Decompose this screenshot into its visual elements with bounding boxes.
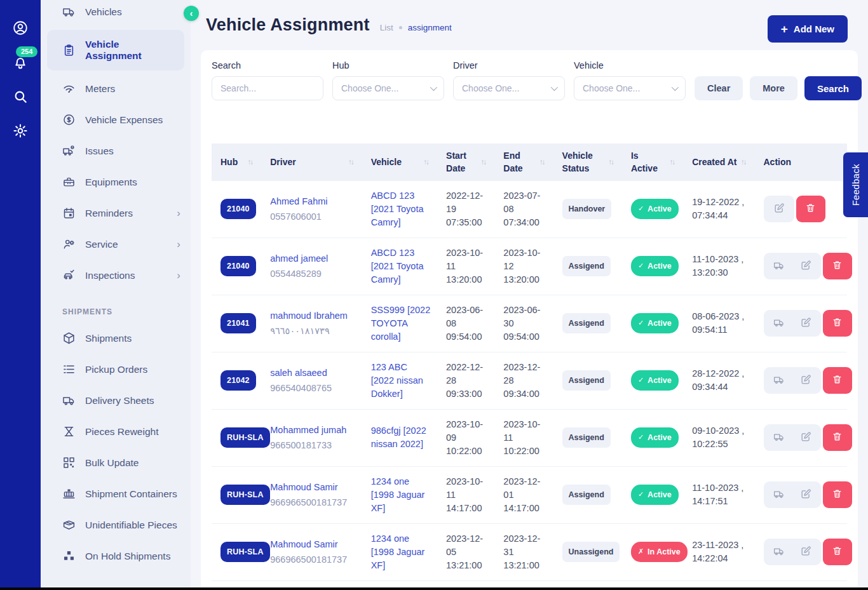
- created-at-cell: 08-06-2023 , 09:54:11: [684, 295, 756, 352]
- sidebar-item-issues[interactable]: Issues: [41, 135, 191, 166]
- column-header-label: Driver: [270, 156, 295, 168]
- truck-icon: [773, 546, 785, 559]
- created-at-cell: 23-11-2023 , 14:22:04: [684, 523, 756, 580]
- sidebar-item-unidentifiable-pieces[interactable]: Unidentifiable Pieces: [41, 509, 191, 540]
- vehicle-link[interactable]: 123 ABC [2022 nissan Dokker]: [371, 362, 423, 399]
- edit-button[interactable]: [796, 370, 816, 391]
- sidebar-item-pieces-reweight[interactable]: Pieces Reweight: [41, 416, 191, 447]
- column-header-is-active[interactable]: Is Active↑↓: [623, 144, 684, 181]
- driver-link[interactable]: Ahmed Fahmi: [270, 195, 355, 208]
- action-cell: [756, 523, 848, 580]
- edit-button[interactable]: [796, 542, 816, 562]
- driver-phone: 966966500181737: [270, 496, 355, 509]
- delete-button[interactable]: [823, 367, 852, 394]
- sidebar-item-meters[interactable]: Meters: [41, 73, 191, 104]
- sidebar-item-inspections[interactable]: Inspections›: [41, 260, 191, 291]
- settings-button[interactable]: [11, 122, 30, 141]
- sidebar-item-label: Pieces Reweight: [85, 426, 158, 438]
- add-new-button[interactable]: + Add New: [768, 15, 848, 43]
- breadcrumb-list[interactable]: List: [380, 23, 393, 32]
- filter-bar: Search Hub Choose One... Driver Choose O…: [212, 60, 847, 100]
- sidebar-item-delivery-sheets[interactable]: Delivery Sheets: [41, 385, 191, 416]
- delete-button[interactable]: [823, 539, 852, 565]
- vehicle-status-badge: Assigend: [562, 256, 611, 276]
- driver-link[interactable]: ahmed jameel: [270, 252, 355, 265]
- is-active-badge: ✓Active: [631, 485, 679, 505]
- edit-button[interactable]: [796, 256, 816, 276]
- delete-button[interactable]: [823, 424, 852, 451]
- assign-vehicle-button[interactable]: [769, 256, 789, 276]
- profile-button[interactable]: [11, 19, 30, 38]
- table-row: 21040ahmed jameel0554485289ABCD 123 [202…: [212, 238, 847, 295]
- sidebar-item-shipments[interactable]: Shipments: [41, 323, 191, 354]
- search-button[interactable]: Search: [804, 76, 862, 100]
- column-header-vehicle-status[interactable]: Vehicle Status↑↓: [555, 144, 623, 181]
- driver-select[interactable]: Choose One...: [453, 76, 565, 100]
- edit-icon: [773, 203, 785, 216]
- sidebar-item-on-hold-shipments[interactable]: On Hold Shipments: [41, 540, 191, 572]
- column-header-created-at[interactable]: Created At↑↓: [684, 144, 756, 181]
- end-date-cell: 2023-07-08 07:34:00: [496, 181, 554, 238]
- column-header-driver[interactable]: Driver↑↓: [262, 144, 363, 181]
- edit-button[interactable]: [769, 199, 789, 219]
- notifications-button[interactable]: 254: [11, 53, 30, 72]
- column-header-hub[interactable]: Hub↑↓: [212, 144, 262, 181]
- assign-vehicle-button[interactable]: [769, 427, 789, 448]
- driver-cell: Ahmed Fahmi0557606001: [262, 181, 363, 238]
- vehicle-link[interactable]: ABCD 123 [2021 Toyota Camry]: [371, 248, 424, 285]
- sidebar-item-vehicle-expenses[interactable]: Vehicle Expenses: [41, 104, 191, 135]
- driver-link[interactable]: saleh alsaeed: [270, 366, 355, 380]
- vehicle-link[interactable]: SSS999 [2022 TOYOTA corolla]: [371, 305, 431, 342]
- driver-cell: mahmoud Ibrahem٩٦٦٥٠٠١٨١٧٣٩: [262, 295, 363, 352]
- delete-button[interactable]: [796, 196, 825, 222]
- sidebar-item-bulk-update[interactable]: Bulk Update: [41, 447, 191, 478]
- rail-search-button[interactable]: [11, 88, 30, 107]
- vehicle-link[interactable]: 1234 one [1998 Jaguar XF]: [371, 533, 425, 570]
- edit-button[interactable]: [796, 485, 816, 505]
- edit-button[interactable]: [796, 427, 816, 448]
- sidebar-item-reminders[interactable]: Reminders›: [41, 198, 191, 229]
- driver-link[interactable]: Mahmoud Samir: [270, 481, 355, 494]
- edit-button[interactable]: [796, 313, 816, 333]
- feedback-button[interactable]: Feedback: [843, 152, 868, 217]
- delete-button[interactable]: [823, 310, 852, 337]
- driver-link[interactable]: Mohammed jumah: [270, 424, 355, 437]
- vehicle-link[interactable]: 986cfgj [2022 nissan 2022]: [371, 426, 426, 449]
- sidebar-item-label: On Hold Shipments: [85, 551, 170, 562]
- action-cell: [756, 409, 848, 466]
- column-header-end-date[interactable]: End Date↑↓: [496, 144, 554, 181]
- sidebar-item-vehicles[interactable]: Vehicles: [41, 0, 191, 27]
- vehicle-link[interactable]: 1234 one [1998 Jaguar XF]: [371, 476, 425, 513]
- support-agent-icon: [12, 29, 29, 38]
- sidebar-item-equipments[interactable]: Equipments: [41, 166, 191, 198]
- sidebar-collapse-button[interactable]: ‹: [184, 6, 199, 21]
- assign-vehicle-button[interactable]: [769, 485, 789, 505]
- sidebar-item-service[interactable]: Service›: [41, 229, 191, 260]
- sidebar-item-shipment-containers[interactable]: Shipment Containers: [41, 478, 191, 509]
- assign-vehicle-button[interactable]: [769, 542, 789, 562]
- hub-badge: 21040: [220, 256, 256, 276]
- driver-link[interactable]: Mahmoud Samir: [270, 538, 355, 551]
- delete-button[interactable]: [823, 253, 852, 279]
- clear-button[interactable]: Clear: [695, 76, 743, 100]
- sidebar-item-vehicle-assignment[interactable]: Vehicle Assignment: [47, 30, 184, 70]
- search-input[interactable]: [212, 76, 323, 100]
- assign-vehicle-button[interactable]: [769, 313, 789, 333]
- truck-icon: [773, 317, 785, 330]
- hub-filter-label: Hub: [332, 60, 444, 70]
- vehicle-link[interactable]: ABCD 123 [2021 Toyota Camry]: [371, 191, 424, 227]
- column-header-vehicle[interactable]: Vehicle↑↓: [363, 144, 438, 181]
- more-button[interactable]: More: [750, 76, 797, 100]
- table-row: RUH-SLAMahmoud Samir9669665001817371234 …: [212, 466, 847, 523]
- sidebar-item-pickup-orders[interactable]: Pickup Orders: [41, 354, 191, 385]
- sort-icon: ↑↓: [608, 157, 616, 168]
- hub-select[interactable]: Choose One...: [332, 76, 444, 100]
- table-row: 21040Ahmed Fahmi0557606001ABCD 123 [2021…: [212, 181, 847, 238]
- driver-link[interactable]: mahmoud Ibrahem: [270, 309, 355, 323]
- vehicle-select[interactable]: Choose One...: [574, 76, 686, 100]
- column-header-start-date[interactable]: Start Date↑↓: [438, 144, 496, 181]
- delete-button[interactable]: [823, 481, 852, 508]
- is-active-cell: ✓Active: [623, 181, 684, 238]
- assign-vehicle-button[interactable]: [769, 370, 789, 391]
- table-row: 21041mahmoud Ibrahem٩٦٦٥٠٠١٨١٧٣٩SSS999 […: [212, 295, 847, 352]
